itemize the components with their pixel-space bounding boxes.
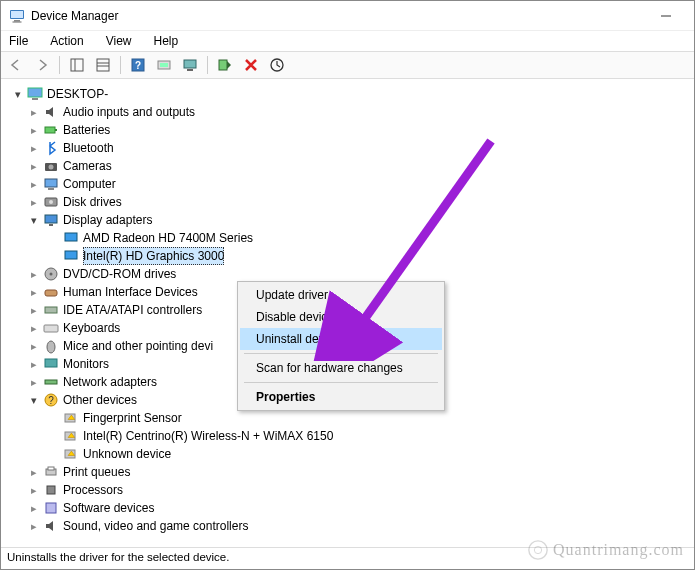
battery-icon <box>43 122 59 138</box>
help-button[interactable]: ? <box>127 54 149 76</box>
enable-action-icon[interactable] <box>214 54 236 76</box>
node-label: Other devices <box>63 391 137 409</box>
sound-icon <box>43 518 59 534</box>
expand-icon[interactable] <box>27 499 41 517</box>
expand-icon[interactable] <box>27 373 41 391</box>
cdrom-icon <box>43 266 59 282</box>
window-title: Device Manager <box>31 9 646 23</box>
expand-icon[interactable] <box>27 265 41 283</box>
svg-rect-30 <box>65 233 77 241</box>
scan-hardware-button[interactable] <box>266 54 288 76</box>
svg-rect-13 <box>160 63 168 67</box>
node-label: Audio inputs and outputs <box>63 103 195 121</box>
expand-icon[interactable] <box>27 283 41 301</box>
menu-action[interactable]: Action <box>46 32 87 50</box>
tree-node[interactable]: Display adapters <box>5 211 692 229</box>
node-label: Computer <box>63 175 116 193</box>
node-label: Intel(R) Centrino(R) Wireless-N + WiMAX … <box>83 427 333 445</box>
svg-rect-31 <box>65 251 77 259</box>
menu-view[interactable]: View <box>102 32 136 50</box>
tree-node[interactable]: Bluetooth <box>5 139 692 157</box>
expand-icon[interactable] <box>27 517 41 535</box>
ctx-separator <box>244 382 438 383</box>
ctx-disable-device[interactable]: Disable device <box>240 306 442 328</box>
node-label: DVD/CD-ROM drives <box>63 265 176 283</box>
menu-file[interactable]: File <box>5 32 32 50</box>
ctx-properties[interactable]: Properties <box>240 386 442 408</box>
node-label: Storage controllers <box>63 535 164 539</box>
svg-rect-24 <box>45 179 57 187</box>
expand-icon[interactable] <box>27 139 41 157</box>
svg-point-23 <box>49 165 54 170</box>
tree-leaf[interactable]: Intel(R) Centrino(R) Wireless-N + WiMAX … <box>5 427 692 445</box>
monitor-icon <box>43 356 59 372</box>
status-bar: Uninstalls the driver for the selected d… <box>1 547 694 569</box>
separator <box>59 56 60 74</box>
show-hide-console-tree-button[interactable] <box>66 54 88 76</box>
expand-icon[interactable] <box>27 157 41 175</box>
ctx-separator <box>244 353 438 354</box>
tree-node[interactable]: Computer <box>5 175 692 193</box>
toolbar: ? <box>1 51 694 79</box>
tree-node[interactable]: Processors <box>5 481 692 499</box>
update-driver-icon[interactable] <box>153 54 175 76</box>
node-label: Disk drives <box>63 193 122 211</box>
menubar: File Action View Help <box>1 31 694 51</box>
software-icon <box>43 500 59 516</box>
ctx-update-driver[interactable]: Update driver <box>240 284 442 306</box>
svg-rect-39 <box>45 380 57 384</box>
expand-icon[interactable] <box>27 121 41 139</box>
expand-icon[interactable] <box>27 391 41 409</box>
forward-button[interactable] <box>31 54 53 76</box>
tree-node[interactable]: Cameras <box>5 157 692 175</box>
properties-button[interactable] <box>92 54 114 76</box>
expand-icon[interactable] <box>27 175 41 193</box>
tree-node[interactable]: Print queues <box>5 463 692 481</box>
node-label: Sound, video and game controllers <box>63 517 248 535</box>
menu-help[interactable]: Help <box>150 32 183 50</box>
tree-node[interactable]: Audio inputs and outputs <box>5 103 692 121</box>
expand-icon[interactable] <box>27 463 41 481</box>
tree-leaf[interactable]: Unknown device <box>5 445 692 463</box>
tree-node[interactable]: Storage controllers <box>5 535 692 539</box>
expand-icon[interactable] <box>27 193 41 211</box>
cpu-icon <box>43 482 59 498</box>
svg-rect-1 <box>11 11 23 18</box>
node-label: Keyboards <box>63 319 120 337</box>
network-icon <box>43 374 59 390</box>
expand-icon[interactable] <box>27 211 41 229</box>
svg-rect-7 <box>97 59 109 71</box>
tree-node[interactable]: Sound, video and game controllers <box>5 517 692 535</box>
expand-icon[interactable] <box>27 103 41 121</box>
tree-leaf[interactable]: AMD Radeon HD 7400M Series <box>5 229 692 247</box>
tree-node[interactable]: Software devices <box>5 499 692 517</box>
status-text: Uninstalls the driver for the selected d… <box>7 551 229 563</box>
ctx-uninstall-device[interactable]: Uninstall device <box>240 328 442 350</box>
disable-device-icon[interactable] <box>179 54 201 76</box>
expand-icon[interactable] <box>27 319 41 337</box>
camera-icon <box>43 158 59 174</box>
back-button[interactable] <box>5 54 27 76</box>
svg-rect-29 <box>49 224 53 226</box>
node-label: Processors <box>63 481 123 499</box>
app-icon <box>9 8 25 24</box>
svg-rect-15 <box>187 69 193 71</box>
uninstall-button[interactable] <box>240 54 262 76</box>
tree-root[interactable]: DESKTOP- <box>5 85 692 103</box>
expand-icon[interactable] <box>27 535 41 539</box>
tree-leaf-selected[interactable]: Intel(R) HD Graphics 3000 <box>5 247 692 265</box>
expand-icon[interactable] <box>27 355 41 373</box>
tree-node[interactable]: Batteries <box>5 121 692 139</box>
tree-leaf[interactable]: Fingerprint Sensor <box>5 409 692 427</box>
minimize-button[interactable] <box>646 2 686 30</box>
ide-icon <box>43 302 59 318</box>
tree-node[interactable]: Disk drives <box>5 193 692 211</box>
expand-icon[interactable] <box>27 337 41 355</box>
expand-icon[interactable] <box>27 301 41 319</box>
svg-rect-20 <box>45 127 55 133</box>
svg-point-27 <box>49 200 53 204</box>
expand-icon[interactable] <box>11 85 25 103</box>
node-label: Fingerprint Sensor <box>83 409 182 427</box>
expand-icon[interactable] <box>27 481 41 499</box>
ctx-scan-hardware[interactable]: Scan for hardware changes <box>240 357 442 379</box>
